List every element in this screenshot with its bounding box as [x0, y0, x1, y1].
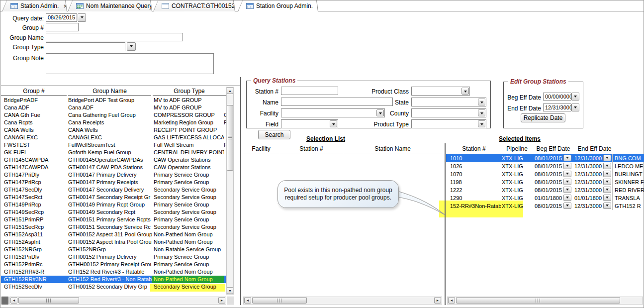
- selection-list-hscrollbar[interactable]: ◄ ►: [243, 297, 442, 305]
- scroll-right-icon[interactable]: ►: [218, 297, 225, 304]
- tab-station-group-admin[interactable]: Station Group Admin. ✕: [238, 0, 318, 11]
- county-combo[interactable]: [411, 108, 486, 117]
- group-number-input[interactable]: [46, 23, 79, 31]
- group-table-row[interactable]: GTH152PriDlvGTH00152 Primary DeliveryPri…: [1, 253, 226, 261]
- group-table-row[interactable]: Cana RcptsCana ReceiptsMarketing Region …: [1, 119, 226, 126]
- group-table-row[interactable]: GTH149PriRcpGTH00149 Primary Rcpt GroupP…: [1, 201, 226, 208]
- end-eff-date-dropdown[interactable]: [603, 203, 611, 209]
- tab-station-admin[interactable]: Station Admin. ✕: [2, 0, 67, 11]
- panel-divider[interactable]: [240, 77, 241, 305]
- end-eff-date-dropdown[interactable]: [603, 155, 611, 161]
- group-table-row[interactable]: Cana ADFCana ADFMV to ADF GROUP: [1, 104, 226, 111]
- column-header-group-name[interactable]: Group Name: [68, 88, 151, 96]
- group-table-row[interactable]: GTH147SecRctGTH00147 Secondary Receipt G…: [1, 194, 226, 201]
- hscroll-thumb[interactable]: [252, 297, 307, 304]
- group-table-row[interactable]: CANA WellsCANA WellsRECEIPT POINT GROUP: [1, 126, 226, 134]
- group-table-row[interactable]: GTH152RR#3NRGTH152 Red River#3 - Non Rat…: [1, 276, 226, 283]
- column-header-pipeline[interactable]: Pipeline: [502, 145, 532, 153]
- end-eff-date-dropdown[interactable]: [603, 187, 611, 193]
- product-class-combo[interactable]: [411, 87, 470, 96]
- splitter-box[interactable]: [1, 297, 8, 305]
- end-eff-date-dropdown[interactable]: [571, 103, 579, 111]
- group-table-row[interactable]: GTH152PrimRcGTHH00152 Primary Receipt Gr…: [1, 261, 226, 268]
- selected-items-row[interactable]: 1222XTX-LIG08/01/201512/31/3000RED RIVER: [446, 186, 644, 194]
- group-table-row[interactable]: GTH152AspIntGTH00152 Aspect Intra Pool G…: [1, 238, 226, 246]
- group-table-row[interactable]: FWSTESTFullWellStreamTestFull Well Strea…: [1, 141, 226, 149]
- column-header-station-name[interactable]: Station Name: [344, 145, 442, 153]
- group-table-row[interactable]: GTH152Asp311GTH00152 Aspect 311 Pool Gro…: [1, 231, 226, 238]
- close-icon[interactable]: ✕: [317, 3, 321, 9]
- beg-eff-date-input[interactable]: 00/00/0000: [543, 93, 571, 101]
- selected-items-row[interactable]: 1198XTX-LIG08/01/201512/31/3000SKINNER F: [446, 178, 644, 186]
- group-table-row[interactable]: CANAGLEXCCANAGLEXCGAS LIFT/EXCESS ALLOCA…: [1, 134, 226, 141]
- dropdown-icon[interactable]: [330, 120, 337, 127]
- scroll-down-icon[interactable]: ▼: [227, 287, 233, 294]
- end-eff-date-dropdown[interactable]: [603, 179, 611, 185]
- beg-eff-date-dropdown[interactable]: [571, 93, 579, 101]
- group-table-row[interactable]: CANA Gth FueCana Gathering Fuel GroupCOM…: [1, 111, 226, 119]
- station-number-input[interactable]: [281, 87, 338, 95]
- group-table-row[interactable]: GTH149SecRcpGTH00149 Secondary RcptSecon…: [1, 208, 226, 216]
- column-header-station-number[interactable]: Station #: [280, 145, 343, 153]
- group-table-row[interactable]: GTH147CAWPDAGTH00147 CAW PDA StationsCAW…: [1, 164, 226, 171]
- group-table-row[interactable]: GTH152NRGrpGTH152NRGrpNon-Ratable Servic…: [1, 246, 226, 253]
- replicate-date-button[interactable]: Replicate Date: [521, 113, 565, 122]
- dropdown-icon[interactable]: [478, 120, 485, 127]
- beg-eff-date-dropdown[interactable]: [563, 163, 571, 169]
- group-table-row[interactable]: GTH151PrimRPGTH00151 Primary Service Rcp…: [1, 216, 226, 223]
- group-table-row[interactable]: GTH151SecRcpGTH00151 Secondary Service R…: [1, 223, 226, 231]
- tab-nom-maintenance-query[interactable]: Nom Maintenance Query ✕: [68, 0, 152, 11]
- group-table-vscrollbar[interactable]: ▲ ▼: [226, 87, 234, 295]
- search-button[interactable]: Search: [258, 130, 290, 139]
- scroll-left-icon[interactable]: ◄: [244, 297, 251, 304]
- group-table-row[interactable]: GTH147SecDlyGTH00147 Secondary DeliveryS…: [1, 186, 226, 194]
- beg-eff-date-dropdown[interactable]: [563, 195, 571, 201]
- close-icon[interactable]: ✕: [63, 3, 67, 9]
- selected-items-row[interactable]: 1026XTX-LIG08/01/201512/31/3000LEDCO ME: [446, 162, 644, 170]
- query-date-dropdown[interactable]: [78, 13, 86, 22]
- beg-eff-date-dropdown[interactable]: [563, 187, 571, 193]
- product-type-combo[interactable]: [411, 119, 486, 128]
- beg-eff-date-dropdown[interactable]: [563, 203, 571, 209]
- column-header-group-type[interactable]: Group Type: [153, 88, 226, 96]
- scroll-right-icon[interactable]: ►: [434, 297, 441, 304]
- beg-eff-date-dropdown[interactable]: [563, 155, 571, 161]
- end-eff-date-dropdown[interactable]: [603, 171, 611, 177]
- selected-items-row[interactable]: 1290XTX-LIG01/01/180001/01/1800TRANSLA: [446, 194, 644, 202]
- tab-contract[interactable]: CONTRACT:GTH00152 ✕: [153, 0, 235, 11]
- group-table-hscrollbar[interactable]: ◄ ►: [9, 297, 226, 305]
- hscroll-thumb[interactable]: [18, 297, 79, 304]
- column-header-station-number[interactable]: Station #: [447, 145, 501, 153]
- end-eff-date-dropdown[interactable]: [603, 163, 611, 169]
- end-eff-date-input[interactable]: 12/31/3000: [543, 103, 571, 111]
- scroll-left-icon[interactable]: ◄: [448, 297, 455, 304]
- group-name-input[interactable]: [46, 33, 183, 41]
- column-header-beg-eff-date[interactable]: Beg Eff Date: [533, 145, 573, 153]
- dropdown-icon[interactable]: [478, 99, 485, 105]
- group-table-row[interactable]: GTH147PriRcpGTH00147 Primary ReceiptsPri…: [1, 179, 226, 186]
- group-table-row[interactable]: GTH152SecDlvGTH00152 Secondary Dlvry Grp…: [1, 283, 226, 291]
- column-header-facility[interactable]: Facility: [243, 145, 279, 153]
- group-table-row[interactable]: BridgePrtADFBridgePort ADF Test GroupMV …: [1, 97, 226, 104]
- selected-items-row[interactable]: 152-RR#3Non-RatableXTX-LIG08/01/201512/3…: [446, 202, 644, 210]
- group-type-combo[interactable]: [46, 42, 125, 51]
- dropdown-icon[interactable]: [461, 88, 469, 95]
- column-header-group-number[interactable]: Group #: [1, 88, 67, 96]
- scroll-left-icon[interactable]: ◄: [10, 297, 17, 304]
- panel-divider[interactable]: [445, 143, 446, 305]
- end-eff-date-dropdown[interactable]: [603, 195, 611, 201]
- group-table-row[interactable]: GTH147PriDlyGTH00147 Primary DeliveryPri…: [1, 171, 226, 179]
- beg-eff-date-dropdown[interactable]: [563, 171, 571, 177]
- hscroll-thumb[interactable]: [456, 297, 620, 304]
- group-table-row[interactable]: GTH145CAWPDAGTH00145OperatorCAWPDAsCAW O…: [1, 156, 226, 164]
- selected-items-row[interactable]: 1010XTX-LIG08/01/201512/31/3000BNG COM: [446, 154, 644, 162]
- query-date-input[interactable]: 08/26/2015: [46, 13, 77, 22]
- dropdown-icon[interactable]: [478, 109, 485, 116]
- group-table-row[interactable]: GK FUELGoforth Kemp Fuel GroupCENTRAL DE…: [1, 149, 226, 156]
- column-header-end-eff-date[interactable]: End Eff Date: [574, 145, 615, 153]
- field-combo[interactable]: [281, 119, 338, 128]
- group-note-textarea[interactable]: [46, 53, 214, 74]
- beg-eff-date-dropdown[interactable]: [563, 179, 571, 185]
- group-table-row[interactable]: GTH152RR#3-RGTH152 Red River#3 - Ratable…: [1, 268, 226, 276]
- selected-items-hscrollbar[interactable]: ◄: [447, 297, 643, 305]
